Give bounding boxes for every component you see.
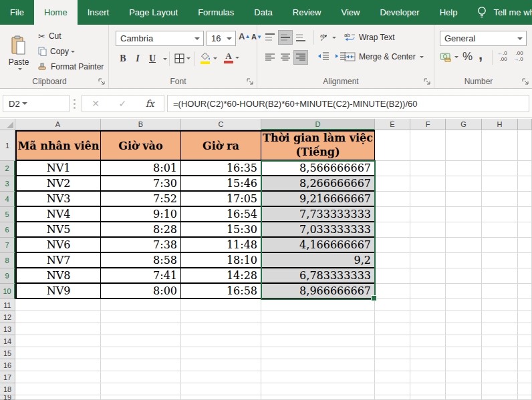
data-cell-D6[interactable]: 7,033333333 bbox=[261, 222, 375, 238]
empty-cell[interactable] bbox=[482, 359, 518, 371]
empty-cell[interactable] bbox=[446, 359, 482, 371]
row-header-5[interactable]: 5 bbox=[0, 207, 15, 222]
empty-cell[interactable] bbox=[482, 323, 518, 335]
row-header-17[interactable]: 17 bbox=[0, 371, 15, 383]
orientation-button[interactable]: ab bbox=[319, 32, 336, 43]
empty-cell[interactable] bbox=[101, 371, 181, 383]
data-cell-A3[interactable]: NV2 bbox=[15, 176, 101, 192]
empty-cell[interactable] bbox=[15, 299, 101, 311]
empty-cell[interactable] bbox=[410, 383, 446, 395]
data-cell-B6[interactable]: 8:28 bbox=[101, 222, 181, 238]
empty-cell[interactable] bbox=[181, 359, 261, 371]
empty-cell[interactable] bbox=[375, 268, 410, 284]
empty-cell[interactable] bbox=[261, 335, 375, 347]
data-cell-C4[interactable]: 17:05 bbox=[181, 192, 261, 207]
empty-cell[interactable] bbox=[518, 371, 532, 383]
empty-cell[interactable] bbox=[518, 238, 532, 253]
empty-cell[interactable] bbox=[482, 335, 518, 347]
empty-cell[interactable] bbox=[410, 371, 446, 383]
empty-cell[interactable] bbox=[410, 207, 446, 222]
data-cell-A5[interactable]: NV4 bbox=[15, 207, 101, 222]
data-cell-A4[interactable]: NV3 bbox=[15, 192, 101, 207]
row-header-4[interactable]: 4 bbox=[0, 192, 15, 207]
row-header-3[interactable]: 3 bbox=[0, 176, 15, 192]
empty-cell[interactable] bbox=[375, 284, 410, 299]
empty-cell[interactable] bbox=[446, 222, 482, 238]
empty-cell[interactable] bbox=[375, 383, 410, 395]
empty-cell[interactable] bbox=[181, 395, 261, 400]
empty-cell[interactable] bbox=[375, 371, 410, 383]
row-header-19[interactable]: 19 bbox=[0, 395, 15, 400]
number-dialog-launcher[interactable] bbox=[521, 77, 529, 85]
row-header-7[interactable]: 7 bbox=[0, 238, 15, 253]
empty-cell[interactable] bbox=[261, 371, 375, 383]
empty-cell[interactable] bbox=[446, 161, 482, 176]
data-cell-C7[interactable]: 11:48 bbox=[181, 238, 261, 253]
row-header-16[interactable]: 16 bbox=[0, 359, 15, 371]
empty-cell[interactable] bbox=[15, 323, 101, 335]
column-header-A[interactable]: A bbox=[15, 119, 101, 130]
decrease-decimal-button[interactable]: .00→.0 bbox=[513, 50, 523, 62]
enter-icon[interactable]: ✓ bbox=[118, 98, 126, 109]
empty-cell[interactable] bbox=[375, 395, 410, 400]
data-cell-C10[interactable]: 16:58 bbox=[181, 284, 261, 299]
empty-cell[interactable] bbox=[518, 311, 532, 323]
ribbon-tab-home[interactable]: Home bbox=[34, 0, 78, 25]
empty-cell[interactable] bbox=[518, 222, 532, 238]
empty-cell[interactable] bbox=[446, 323, 482, 335]
font-color-button[interactable]: A bbox=[224, 52, 239, 63]
data-cell-D5[interactable]: 7,733333333 bbox=[261, 207, 375, 222]
empty-cell[interactable] bbox=[446, 299, 482, 311]
merge-center-button[interactable]: Merge & Center bbox=[344, 52, 424, 61]
empty-cell[interactable] bbox=[518, 161, 532, 176]
empty-cell[interactable] bbox=[410, 323, 446, 335]
empty-cell[interactable] bbox=[518, 395, 532, 400]
empty-cell[interactable] bbox=[482, 161, 518, 176]
data-cell-D3[interactable]: 8,266666667 bbox=[261, 176, 375, 192]
empty-cell[interactable] bbox=[101, 311, 181, 323]
column-header-G[interactable]: G bbox=[446, 119, 482, 130]
ribbon-tab-data[interactable]: Data bbox=[244, 0, 282, 25]
align-right-button[interactable] bbox=[293, 50, 308, 65]
empty-cell[interactable] bbox=[482, 222, 518, 238]
empty-cell[interactable] bbox=[375, 335, 410, 347]
empty-cell[interactable] bbox=[15, 311, 101, 323]
data-cell-D7[interactable]: 4,166666667 bbox=[261, 238, 375, 253]
empty-cell[interactable] bbox=[375, 130, 410, 161]
row-header-9[interactable]: 9 bbox=[0, 268, 15, 284]
empty-cell[interactable] bbox=[261, 323, 375, 335]
cut-button[interactable]: ✂ Cut bbox=[38, 30, 61, 42]
row-header-10[interactable]: 10 bbox=[0, 284, 15, 299]
tell-me-search[interactable]: Tell me what you wan bbox=[477, 0, 532, 25]
font-name-combo[interactable]: Cambria bbox=[116, 31, 204, 46]
empty-cell[interactable] bbox=[482, 371, 518, 383]
empty-cell[interactable] bbox=[410, 395, 446, 400]
data-cell-D4[interactable]: 9,216666667 bbox=[261, 192, 375, 207]
empty-cell[interactable] bbox=[518, 207, 532, 222]
empty-cell[interactable] bbox=[375, 207, 410, 222]
empty-cell[interactable] bbox=[446, 347, 482, 359]
empty-cell[interactable] bbox=[518, 284, 532, 299]
empty-cell[interactable] bbox=[482, 311, 518, 323]
empty-cell[interactable] bbox=[518, 192, 532, 207]
data-cell-B9[interactable]: 7:41 bbox=[101, 268, 181, 284]
bold-button[interactable]: B bbox=[116, 51, 130, 66]
empty-cell[interactable] bbox=[518, 176, 532, 192]
ribbon-tab-developer[interactable]: Developer bbox=[370, 0, 429, 25]
empty-cell[interactable] bbox=[482, 268, 518, 284]
empty-cell[interactable] bbox=[181, 335, 261, 347]
table-header-cell[interactable]: Giờ vào bbox=[101, 130, 181, 161]
ribbon-tab-insert[interactable]: Insert bbox=[78, 0, 120, 25]
empty-cell[interactable] bbox=[15, 359, 101, 371]
ribbon-tab-file[interactable]: File bbox=[0, 0, 34, 25]
empty-cell[interactable] bbox=[410, 161, 446, 176]
formula-bar-splitter[interactable] bbox=[74, 99, 76, 109]
column-header-D[interactable]: D bbox=[261, 119, 375, 130]
empty-cell[interactable] bbox=[482, 284, 518, 299]
italic-button[interactable]: I bbox=[130, 51, 145, 66]
empty-cell[interactable] bbox=[375, 347, 410, 359]
data-cell-A6[interactable]: NV5 bbox=[15, 222, 101, 238]
empty-cell[interactable] bbox=[375, 323, 410, 335]
data-cell-B5[interactable]: 9:10 bbox=[101, 207, 181, 222]
empty-cell[interactable] bbox=[261, 311, 375, 323]
